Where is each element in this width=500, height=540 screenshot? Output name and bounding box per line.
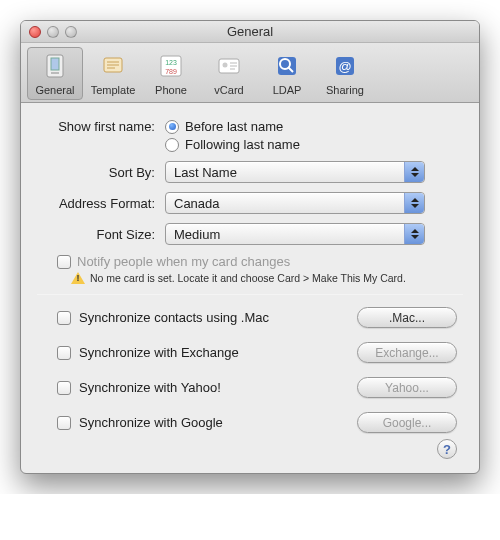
notify-label: Notify people when my card changes: [77, 254, 290, 269]
warning-icon: [71, 272, 85, 284]
sync-yahoo-label: Synchronize with Yahoo!: [79, 380, 349, 395]
sync-exchange-label: Synchronize with Exchange: [79, 345, 349, 360]
svg-text:789: 789: [165, 68, 177, 75]
yahoo-button[interactable]: Yahoo...: [357, 377, 457, 398]
sync-mac-label: Synchronize contacts using .Mac: [79, 310, 349, 325]
svg-point-11: [223, 63, 228, 68]
tab-label: Template: [85, 84, 141, 96]
popup-value: Canada: [174, 196, 220, 211]
address-format-label: Address Format:: [43, 196, 165, 211]
titlebar[interactable]: General: [21, 21, 479, 43]
svg-rect-1: [51, 58, 59, 70]
show-first-name-label: Show first name:: [43, 119, 165, 134]
chevron-updown-icon: [404, 162, 424, 182]
tab-label: vCard: [201, 84, 257, 96]
google-button[interactable]: Google...: [357, 412, 457, 433]
font-size-popup[interactable]: Medium: [165, 223, 425, 245]
phone-icon: 123789: [155, 50, 187, 82]
tab-vcard[interactable]: vCard: [201, 47, 257, 100]
tab-label: Phone: [143, 84, 199, 96]
popup-value: Last Name: [174, 165, 237, 180]
checkbox-mac[interactable]: [57, 311, 71, 325]
tab-ldap[interactable]: LDAP: [259, 47, 315, 100]
font-size-label: Font Size:: [43, 227, 165, 242]
checkbox-yahoo[interactable]: [57, 381, 71, 395]
tab-general[interactable]: General: [27, 47, 83, 100]
exchange-button[interactable]: Exchange...: [357, 342, 457, 363]
sync-google-label: Synchronize with Google: [79, 415, 349, 430]
address-format-popup[interactable]: Canada: [165, 192, 425, 214]
tab-label: Sharing: [317, 84, 373, 96]
divider: [37, 294, 463, 295]
checkbox-google[interactable]: [57, 416, 71, 430]
warning-text: No me card is set. Locate it and choose …: [90, 272, 406, 284]
help-button[interactable]: ?: [437, 439, 457, 459]
mac-button[interactable]: .Mac...: [357, 307, 457, 328]
sharing-icon: @: [329, 50, 361, 82]
sort-by-label: Sort By:: [43, 165, 165, 180]
ldap-icon: [271, 50, 303, 82]
radio-before-last-name[interactable]: Before last name: [165, 119, 300, 134]
radio-label: Before last name: [185, 119, 283, 134]
tab-template[interactable]: Template: [85, 47, 141, 100]
chevron-updown-icon: [404, 224, 424, 244]
warning-row: No me card is set. Locate it and choose …: [71, 272, 457, 284]
svg-text:@: @: [338, 59, 351, 74]
radio-label: Following last name: [185, 137, 300, 152]
svg-text:123: 123: [165, 59, 177, 66]
radio-icon: [165, 120, 179, 134]
sort-by-popup[interactable]: Last Name: [165, 161, 425, 183]
chevron-updown-icon: [404, 193, 424, 213]
svg-rect-2: [51, 72, 59, 74]
notify-checkbox-row[interactable]: Notify people when my card changes: [57, 254, 457, 269]
content-pane: Show first name: Before last name Follow…: [21, 103, 479, 473]
window-title: General: [21, 24, 479, 39]
tab-sharing[interactable]: @ Sharing: [317, 47, 373, 100]
tab-label: General: [28, 84, 82, 96]
vcard-icon: [213, 50, 245, 82]
preferences-window: General General Template 123789 Phone vC…: [20, 20, 480, 474]
checkbox-icon: [57, 255, 71, 269]
radio-icon: [165, 138, 179, 152]
toolbar: General Template 123789 Phone vCard LDAP…: [21, 43, 479, 103]
checkbox-exchange[interactable]: [57, 346, 71, 360]
tab-phone[interactable]: 123789 Phone: [143, 47, 199, 100]
general-icon: [39, 50, 71, 82]
popup-value: Medium: [174, 227, 220, 242]
radio-following-last-name[interactable]: Following last name: [165, 137, 300, 152]
tab-label: LDAP: [259, 84, 315, 96]
template-icon: [97, 50, 129, 82]
